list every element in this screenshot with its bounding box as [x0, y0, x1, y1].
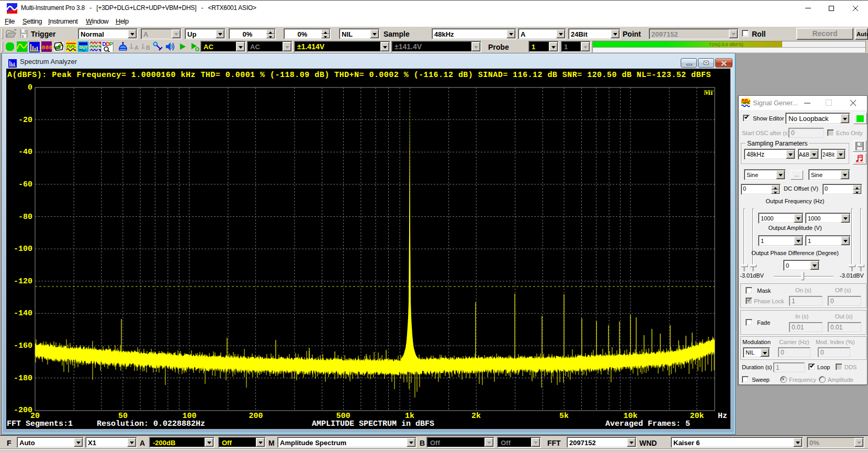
svg-text:Mi: Mi	[704, 89, 713, 95]
